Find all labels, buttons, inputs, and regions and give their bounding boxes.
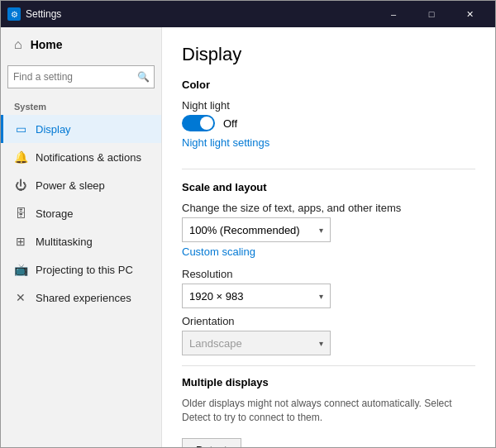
multitasking-icon: ⊞ [14, 235, 27, 248]
color-section-title: Color [182, 79, 475, 91]
divider-1 [182, 169, 475, 169]
size-label: Change the size of text, apps, and other… [182, 202, 475, 214]
home-icon: ⌂ [14, 37, 22, 52]
window-controls: – □ ✕ [374, 1, 489, 27]
main-content: ⌂ Home 🔍 System ▭ Display 🔔 Notification… [1, 27, 495, 447]
resolution-label: Resolution [182, 268, 475, 280]
sidebar-section-system: System [1, 95, 161, 115]
main-panel: Display Color Night light Off Night ligh… [162, 27, 495, 447]
resolution-dropdown-arrow: ▾ [319, 292, 323, 301]
app-icon: ⚙ [7, 7, 21, 21]
sidebar-item-label-power: Power & sleep [36, 179, 105, 192]
search-box[interactable]: 🔍 [7, 65, 155, 88]
resolution-value: 1920 × 983 [189, 290, 243, 303]
sidebar-item-label-notifications: Notifications & actions [36, 151, 141, 164]
shared-icon: ✕ [14, 291, 27, 304]
titlebar: ⚙ Settings – □ ✕ [1, 1, 495, 27]
multiple-displays-title: Multiple displays [182, 376, 475, 388]
sidebar-item-projecting[interactable]: 📺 Projecting to this PC [1, 255, 161, 284]
multiple-displays-desc: Older displays might not always connect … [182, 397, 475, 425]
size-value: 100% (Recommended) [189, 224, 300, 236]
orientation-dropdown-arrow: ▾ [319, 339, 323, 348]
sidebar-item-label-shared: Shared experiences [36, 292, 131, 304]
display-icon: ▭ [14, 122, 27, 136]
orientation-dropdown[interactable]: Landscape ▾ [182, 331, 331, 355]
resolution-row: Resolution 1920 × 983 ▾ [182, 268, 475, 308]
sidebar-item-label-display: Display [36, 123, 71, 136]
window-title: Settings [26, 8, 374, 20]
size-dropdown[interactable]: 100% (Recommended) ▾ [182, 217, 331, 242]
maximize-button[interactable]: □ [413, 1, 451, 27]
sidebar-item-shared[interactable]: ✕ Shared experiences [1, 284, 161, 312]
minimize-button[interactable]: – [374, 1, 413, 27]
night-light-toggle[interactable] [182, 115, 215, 131]
night-light-toggle-row: Off [182, 115, 475, 131]
custom-scaling-link[interactable]: Custom scaling [182, 245, 255, 258]
sidebar-item-label-storage: Storage [36, 207, 74, 220]
night-light-label: Night light [182, 99, 475, 112]
orientation-value: Landscape [189, 337, 242, 350]
detect-button[interactable]: Detect [182, 438, 241, 447]
scale-section-title: Scale and layout [182, 181, 475, 193]
page-title: Display [182, 44, 475, 65]
sidebar-item-notifications[interactable]: 🔔 Notifications & actions [1, 143, 161, 171]
close-button[interactable]: ✕ [451, 1, 489, 27]
resolution-dropdown[interactable]: 1920 × 983 ▾ [182, 284, 331, 308]
sidebar: ⌂ Home 🔍 System ▭ Display 🔔 Notification… [1, 27, 162, 447]
sidebar-item-label-projecting: Projecting to this PC [36, 264, 133, 276]
night-light-settings-link[interactable]: Night light settings [182, 136, 269, 149]
sidebar-item-storage[interactable]: 🗄 Storage [1, 199, 161, 227]
sidebar-item-display[interactable]: ▭ Display [1, 115, 161, 143]
storage-icon: 🗄 [14, 207, 27, 220]
night-light-state: Off [223, 117, 237, 130]
divider-2 [182, 365, 475, 366]
power-icon: ⏻ [14, 179, 27, 192]
settings-window: ⚙ Settings – □ ✕ ⌂ Home 🔍 System ▭ Displ… [0, 0, 496, 448]
search-icon: 🔍 [137, 71, 150, 83]
search-input[interactable] [13, 71, 137, 83]
sidebar-home[interactable]: ⌂ Home [1, 27, 161, 62]
orientation-label: Orientation [182, 315, 475, 327]
size-dropdown-arrow: ▾ [319, 226, 323, 235]
sidebar-item-label-multitasking: Multitasking [36, 236, 93, 248]
projecting-icon: 📺 [14, 263, 27, 276]
orientation-row: Orientation Landscape ▾ [182, 315, 475, 355]
sidebar-item-multitasking[interactable]: ⊞ Multitasking [1, 227, 161, 255]
home-label: Home [31, 38, 63, 51]
toggle-thumb [200, 117, 213, 130]
sidebar-item-power[interactable]: ⏻ Power & sleep [1, 171, 161, 199]
notifications-icon: 🔔 [14, 150, 27, 164]
